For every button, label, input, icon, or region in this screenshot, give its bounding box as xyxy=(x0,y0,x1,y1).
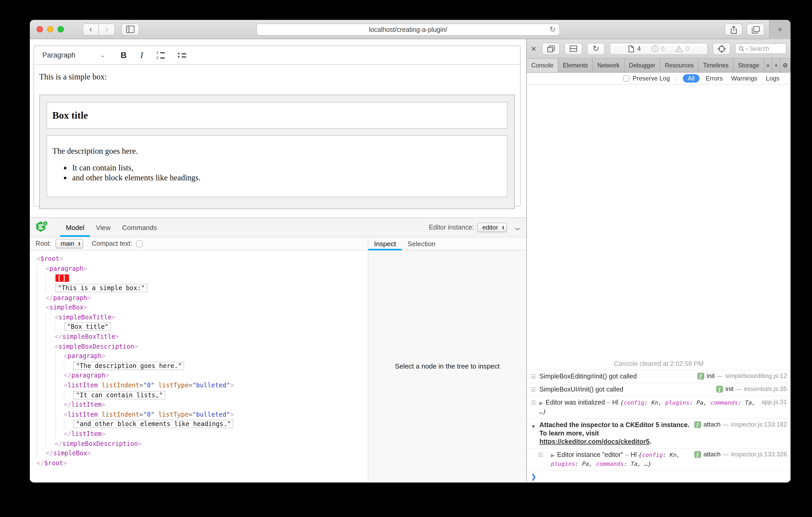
console-row[interactable]: SimpleBoxUI#init() got calledfinit—essen… xyxy=(527,383,790,396)
inspector-tab-debugger[interactable]: Debugger xyxy=(625,59,660,72)
tree-node[interactable]: [] xyxy=(37,273,368,283)
document-icon xyxy=(628,45,634,52)
dock-side-button[interactable] xyxy=(542,42,560,55)
bold-button[interactable]: B xyxy=(121,51,126,60)
collapse-inspector-button[interactable]: ⌄ xyxy=(513,223,523,232)
tree-node[interactable]: <simpleBoxTitle> xyxy=(37,312,368,322)
compact-text-label: Compact text: xyxy=(92,240,132,247)
tree-node[interactable]: <paragraph> xyxy=(37,264,368,273)
activity-summary[interactable]: 4 0 xyxy=(610,42,708,55)
tree-node[interactable]: </simpleBoxDescription> xyxy=(37,439,368,449)
indent-guide xyxy=(37,342,46,351)
zoom-window-button[interactable] xyxy=(58,26,64,32)
intro-paragraph: This is a simple box: xyxy=(39,72,515,82)
simplebox-title[interactable]: Box title xyxy=(47,102,508,129)
console-row[interactable]: ▶Editor was initialized – Hl {config: Kn… xyxy=(527,396,790,419)
disclosure-open-icon[interactable]: ▼ xyxy=(531,422,536,431)
reload-page-button[interactable]: ↻ xyxy=(587,42,605,55)
settings-button[interactable]: ⚙ xyxy=(780,59,790,72)
tree-node[interactable]: <listItem listIndent="0" listType="bulle… xyxy=(37,409,368,419)
tree-node[interactable]: "and other block elements like headings.… xyxy=(37,419,368,429)
inspector-tab-commands[interactable]: Commands xyxy=(116,218,163,237)
tree-node[interactable]: "The description goes here." xyxy=(37,361,368,371)
console-row[interactable]: SimpleBoxEditing#init() got calledfinit—… xyxy=(527,370,790,383)
tree-node[interactable]: </listItem> xyxy=(37,400,368,409)
inspector-tab-storage[interactable]: Storage xyxy=(733,59,764,72)
tree-node[interactable]: "This is a simple box:" xyxy=(37,283,368,293)
editor-instance-select[interactable]: editor ▲▼ xyxy=(477,223,507,232)
tree-node[interactable]: "Box title" xyxy=(37,322,368,332)
tree-node[interactable]: <paragraph> xyxy=(37,351,368,361)
editor-editable-area[interactable]: This is a simple box: Box title The desc… xyxy=(34,65,520,209)
inspector-tab-view[interactable]: View xyxy=(90,218,116,237)
indent-guide xyxy=(37,419,46,429)
console-link[interactable]: https://ckeditor.com/docs/ckeditor5 xyxy=(540,438,649,446)
tree-node[interactable]: <listItem listIndent="0" listType="bulle… xyxy=(37,380,368,390)
console-scope-errors[interactable]: Errors xyxy=(705,75,723,82)
tree-node[interactable]: "It can contain lists," xyxy=(37,390,368,400)
add-inspector-tab-button[interactable]: + xyxy=(772,59,780,72)
tree-node[interactable]: </simpleBox> xyxy=(37,449,368,458)
numbered-list-button[interactable]: 1 2 xyxy=(156,51,165,60)
close-inspector-button[interactable]: ✕ xyxy=(530,45,537,53)
inspector-tab-console[interactable]: Console xyxy=(527,59,558,72)
back-button[interactable]: ‹ xyxy=(83,23,99,35)
minimize-window-button[interactable] xyxy=(47,26,53,32)
console-scope-all[interactable]: All xyxy=(683,74,699,83)
tab-overview-button[interactable] xyxy=(747,24,764,35)
element-picker-button[interactable] xyxy=(713,42,730,55)
more-tabs-button[interactable]: » xyxy=(764,59,772,72)
tree-node[interactable]: <$root> xyxy=(37,254,368,264)
root-select[interactable]: main ▲▼ xyxy=(55,239,83,248)
console-scope-logs[interactable]: Logs xyxy=(766,75,779,82)
source-location-link[interactable]: simpleboxediting.js:12 xyxy=(725,372,787,380)
share-icon xyxy=(730,25,737,34)
close-window-button[interactable] xyxy=(37,26,43,32)
italic-button[interactable]: I xyxy=(140,50,143,60)
source-location-link[interactable]: inspector.js:133:182 xyxy=(731,421,787,429)
source-location-link[interactable]: inspector.js:133:326 xyxy=(731,451,787,458)
heading-dropdown[interactable]: Paragraph ⌄ xyxy=(42,51,105,59)
preserve-log-checkbox[interactable] xyxy=(623,75,630,82)
console-scope-warnings[interactable]: Warnings xyxy=(731,75,758,82)
function-badge-icon: f xyxy=(694,421,701,428)
address-bar[interactable]: localhost/creating-a-plugin/ ↻ xyxy=(256,24,560,35)
panel-tab-selection[interactable]: Selection xyxy=(402,237,441,250)
tree-node[interactable]: </listItem> xyxy=(37,429,368,438)
dock-bottom-button[interactable] xyxy=(564,42,582,55)
inspector-tab-model[interactable]: Model xyxy=(60,218,90,237)
inspector-tab-elements[interactable]: Elements xyxy=(558,59,593,72)
indent-guide xyxy=(46,332,55,342)
simplebox-widget[interactable]: Box title The description goes here. It … xyxy=(39,95,515,209)
new-tab-button[interactable]: + xyxy=(769,20,790,39)
panel-tab-inspect[interactable]: Inspect xyxy=(368,237,402,250)
inspector-tab-bar: ConsoleElementsNetworkDebuggerResourcesT… xyxy=(527,59,790,73)
forward-button[interactable]: › xyxy=(99,23,115,35)
console-row[interactable]: ▶Editor instance "editor" – Hl {config: … xyxy=(527,449,790,471)
disclosure-closed-icon[interactable]: ▶ xyxy=(540,400,543,406)
disclosure-closed-icon[interactable]: ▶ xyxy=(551,453,555,458)
indent-guide xyxy=(55,380,64,390)
log-source-icon xyxy=(531,400,536,405)
console-row[interactable]: ▼Attached the inspector to a CKEditor 5 … xyxy=(527,419,790,449)
tree-node[interactable]: <simpleBox> xyxy=(37,303,368,312)
tree-node[interactable]: </paragraph> xyxy=(37,371,368,380)
simplebox-description[interactable]: The description goes here. It can contai… xyxy=(47,135,508,197)
source-location-link[interactable]: app.js:31 xyxy=(761,398,787,406)
sidebar-toggle-button[interactable] xyxy=(121,23,139,35)
console-prompt[interactable]: ❯ xyxy=(527,471,790,482)
compact-text-checkbox[interactable] xyxy=(136,240,143,247)
share-button[interactable] xyxy=(725,24,743,35)
inspector-tab-resources[interactable]: Resources xyxy=(660,59,698,72)
tree-node[interactable]: </simpleBoxTitle> xyxy=(37,332,368,342)
inspector-search-field[interactable]: ▾ Search xyxy=(735,43,786,54)
dock-side-icon xyxy=(547,45,555,52)
source-location-link[interactable]: essentials.js:35 xyxy=(744,385,787,393)
tree-node[interactable]: </paragraph> xyxy=(37,293,368,303)
tree-node[interactable]: </$root> xyxy=(37,458,368,468)
tree-node[interactable]: <simpleBoxDescription> xyxy=(37,342,368,351)
reload-icon[interactable]: ↻ xyxy=(550,25,556,33)
inspector-tab-timelines[interactable]: Timelines xyxy=(699,59,734,72)
inspector-tab-network[interactable]: Network xyxy=(593,59,625,72)
bulleted-list-button[interactable] xyxy=(177,53,186,58)
